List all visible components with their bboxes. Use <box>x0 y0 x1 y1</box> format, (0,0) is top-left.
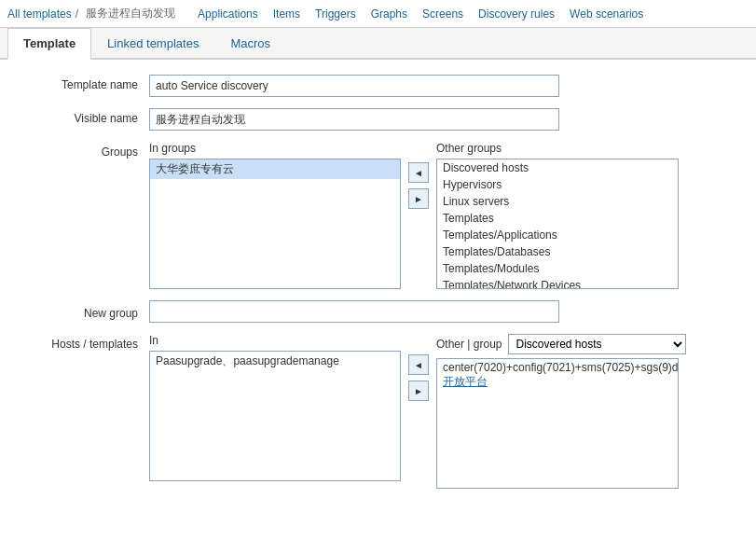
tab-linked-templates[interactable]: Linked templates <box>91 28 214 60</box>
visible-name-input[interactable] <box>149 108 559 131</box>
breadcrumb-current: 服务进程自动发现 <box>86 6 175 21</box>
new-group-label: New group <box>19 303 149 320</box>
in-hosts-list[interactable]: Paasupgrade、paasupgrademanage <box>149 351 401 481</box>
visible-name-input-wrapper <box>149 108 737 131</box>
move-left-button[interactable]: ◄ <box>408 162 429 183</box>
tab-bar: Template Linked templates Macros <box>0 28 756 60</box>
nav-graphs[interactable]: Graphs <box>371 2 407 26</box>
other-groups-item-3[interactable]: Templates <box>437 210 678 227</box>
nav-triggers[interactable]: Triggers <box>315 2 356 26</box>
nav-applications[interactable]: Applications <box>198 2 258 26</box>
new-group-row: New group <box>19 300 737 323</box>
other-groups-col: Other groups Discovered hosts Hypervisor… <box>436 142 679 289</box>
other-group-label: Other | group <box>436 338 502 351</box>
in-hosts-item-0[interactable]: Paasupgrade、paasupgrademanage <box>150 352 400 371</box>
groups-content: In groups 大华娄庶专有云 ◄ ► Other groups Disco… <box>149 142 737 289</box>
groups-row: Groups In groups 大华娄庶专有云 ◄ ► Other group… <box>19 142 737 289</box>
tab-macros[interactable]: Macros <box>214 28 286 60</box>
in-hosts-label: In <box>149 334 401 347</box>
other-groups-item-5[interactable]: Templates/Databases <box>437 243 678 260</box>
in-groups-col: In groups 大华娄庶专有云 <box>149 142 401 289</box>
other-hosts-text: center(7020)+config(7021)+sms(7025)+sgs(… <box>443 361 679 374</box>
hosts-move-right-button[interactable]: ► <box>408 381 429 401</box>
other-groups-item-6[interactable]: Templates/Modules <box>437 260 678 277</box>
template-name-row: Template name <box>19 75 737 97</box>
breadcrumb: All templates / 服务进程自动发现 <box>7 6 179 21</box>
other-groups-item-1[interactable]: Hypervisors <box>437 176 678 193</box>
breadcrumb-separator: / <box>76 7 78 21</box>
other-group-select[interactable]: Discovered hostsHypervisorsLinux servers… <box>508 334 686 354</box>
nav-web-scenarios[interactable]: Web scenarios <box>570 2 643 26</box>
breadcrumb-all-templates[interactable]: All templates <box>7 7 72 21</box>
hosts-content: In Paasupgrade、paasupgrademanage ◄ ► Oth… <box>149 334 737 489</box>
hosts-arrow-buttons: ◄ ► <box>408 334 429 401</box>
other-groups-item-7[interactable]: Templates/Network Devices <box>437 277 678 289</box>
hosts-templates-row: Hosts / templates In Paasupgrade、paasupg… <box>19 334 737 489</box>
other-groups-item-4[interactable]: Templates/Applications <box>437 227 678 243</box>
groups-arrow-buttons: ◄ ► <box>408 142 429 209</box>
form-area: Template name Visible name Groups In gro… <box>0 60 756 515</box>
in-hosts-col: In Paasupgrade、paasupgrademanage <box>149 334 401 481</box>
other-group-area: Other | group Discovered hostsHypervisor… <box>436 334 686 354</box>
tab-template[interactable]: Template <box>7 28 91 60</box>
other-groups-item-2[interactable]: Linux servers <box>437 193 678 210</box>
groups-label: Groups <box>19 142 149 159</box>
nav-items[interactable]: Items <box>273 2 300 26</box>
other-groups-item-0[interactable]: Discovered hosts <box>437 159 678 176</box>
top-navigation: All templates / 服务进程自动发现 Applications It… <box>0 0 756 28</box>
other-hosts-col: Other | group Discovered hostsHypervisor… <box>436 334 686 489</box>
move-right-button[interactable]: ► <box>408 188 429 209</box>
new-group-input[interactable] <box>149 300 559 323</box>
hosts-templates-label: Hosts / templates <box>19 334 149 351</box>
visible-name-row: Visible name <box>19 108 737 131</box>
in-groups-item[interactable]: 大华娄庶专有云 <box>150 159 400 179</box>
visible-name-label: Visible name <box>19 108 149 125</box>
other-groups-list[interactable]: Discovered hosts Hypervisors Linux serve… <box>436 159 679 289</box>
in-groups-label: In groups <box>149 142 401 155</box>
hosts-move-left-button[interactable]: ◄ <box>408 354 429 375</box>
template-name-label: Template name <box>19 75 149 91</box>
other-hosts-list[interactable]: center(7020)+config(7021)+sms(7025)+sgs(… <box>436 358 679 489</box>
top-nav-items: Applications Items Triggers Graphs Scree… <box>198 2 643 26</box>
other-hosts-link[interactable]: 开放平台 <box>443 375 488 388</box>
nav-screens[interactable]: Screens <box>422 2 463 26</box>
in-groups-list[interactable]: 大华娄庶专有云 <box>149 159 401 289</box>
template-name-input[interactable] <box>149 75 559 97</box>
nav-discovery-rules[interactable]: Discovery rules <box>478 2 555 26</box>
other-groups-label: Other groups <box>436 142 679 155</box>
template-name-input-wrapper <box>149 75 737 97</box>
